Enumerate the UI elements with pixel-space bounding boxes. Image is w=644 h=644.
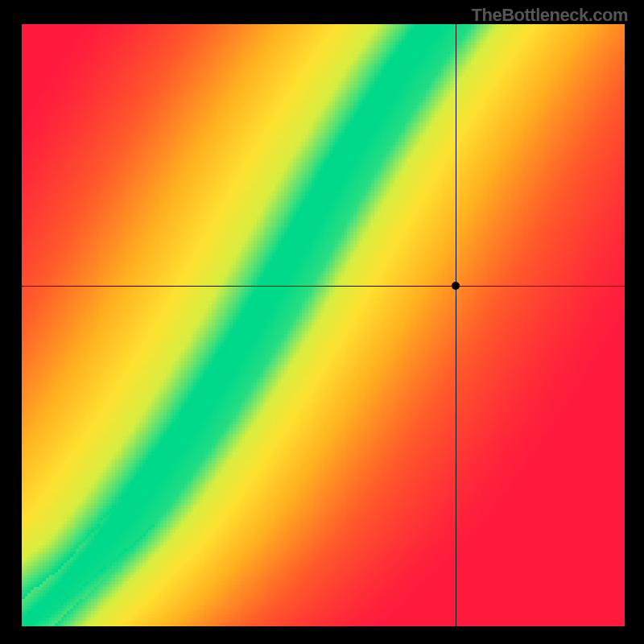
- crosshair-vertical: [456, 24, 456, 626]
- heatmap-canvas: [22, 24, 625, 626]
- chart-container: TheBottleneck.com: [0, 0, 644, 644]
- marker-dot: [452, 282, 460, 290]
- watermark-text: TheBottleneck.com: [472, 5, 628, 26]
- crosshair-horizontal: [22, 286, 625, 287]
